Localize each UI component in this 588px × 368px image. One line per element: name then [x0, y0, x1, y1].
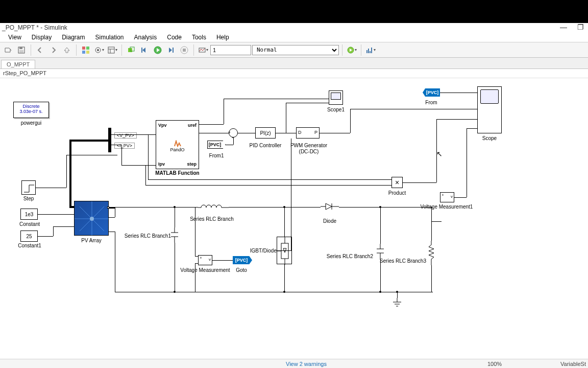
status-warnings-link[interactable]: View 2 warnings: [286, 361, 327, 367]
minimize-button[interactable]: —: [560, 23, 567, 31]
label-from: From: [423, 100, 440, 105]
fast-restart-icon[interactable]: ▾: [346, 44, 358, 56]
save-icon[interactable]: [15, 44, 28, 56]
block-constant[interactable]: 1e3: [20, 209, 38, 220]
menu-code[interactable]: Code: [162, 33, 187, 42]
run-icon[interactable]: [152, 44, 164, 56]
block-srlc1[interactable]: [171, 227, 178, 243]
open-dropdown-icon[interactable]: [2, 44, 14, 56]
block-srlc3[interactable]: [428, 241, 435, 265]
block-scope[interactable]: [477, 86, 502, 133]
svg-rect-1: [19, 47, 22, 49]
model-config-icon[interactable]: ▾: [93, 44, 105, 56]
status-bar: View 2 warnings 100% VariableSt: [0, 359, 588, 368]
svg-rect-22: [368, 49, 369, 53]
breadcrumb[interactable]: rStep_PO_MPPT: [0, 69, 588, 78]
svg-rect-9: [108, 47, 114, 53]
menubar: View Display Diagram Simulation Analysis…: [0, 32, 588, 42]
label-vm: Voltage Measurement: [180, 267, 231, 273]
block-pwm[interactable]: D P: [296, 127, 320, 139]
label-scope: Scope: [477, 135, 502, 141]
up-icon[interactable]: [61, 44, 73, 56]
label-ipv-select: <I_PV>: [114, 143, 135, 149]
svg-rect-18: [183, 49, 186, 52]
svg-rect-6: [86, 51, 89, 54]
label-pid: PID Controller: [245, 143, 286, 148]
block-goto[interactable]: [PVC]: [233, 256, 252, 264]
label-product: Product: [387, 190, 407, 196]
svg-rect-23: [370, 51, 371, 53]
svg-point-29: [90, 217, 94, 221]
menu-analysis[interactable]: Analysis: [129, 33, 162, 42]
stop-time-input[interactable]: [210, 45, 251, 55]
block-powergui[interactable]: Discrete 3.03e-07 s.: [13, 102, 49, 118]
block-from1[interactable]: [PVC]: [207, 141, 226, 149]
label-vpv-select: <V_PV>: [114, 132, 137, 139]
label-from1: From1: [207, 153, 226, 158]
block-pvarray[interactable]: [74, 201, 109, 236]
menu-tools[interactable]: Tools: [187, 33, 211, 42]
label-constant1: Constant1: [14, 243, 45, 248]
block-srlc2[interactable]: [377, 244, 384, 259]
label-matlab-fn: MATLAB Function: [153, 170, 202, 176]
svg-rect-2: [19, 50, 23, 53]
step-forward-icon[interactable]: [165, 44, 177, 56]
schedule-icon[interactable]: ▾: [364, 44, 377, 56]
model-canvas[interactable]: Discrete 3.03e-07 s. powergui Step 1e3 C…: [0, 78, 588, 357]
label-srlc: Series RLC Branch: [189, 216, 235, 222]
block-scope1[interactable]: [329, 90, 343, 105]
mouse-cursor-icon: ↖: [436, 150, 443, 158]
label-igbt: IGBT/Diode: [248, 248, 277, 254]
record-icon[interactable]: ▾: [197, 44, 209, 56]
svg-marker-35: [326, 203, 332, 210]
menu-view[interactable]: View: [3, 33, 27, 42]
label-diode: Diode: [321, 218, 339, 224]
sim-mode-select[interactable]: Normal: [252, 45, 339, 55]
svg-rect-3: [82, 47, 85, 50]
maximize-button[interactable]: ❐: [577, 23, 584, 31]
forward-icon[interactable]: [47, 44, 60, 56]
step-back-icon[interactable]: [138, 44, 151, 56]
block-vm[interactable]: +v: [198, 255, 212, 265]
label-constant: Constant: [15, 221, 44, 227]
block-constant1[interactable]: 25: [20, 231, 38, 242]
block-srlc[interactable]: [198, 204, 229, 211]
update-diagram-icon[interactable]: [125, 44, 137, 56]
label-scope1: Scope1: [325, 107, 347, 112]
library-browser-icon[interactable]: [80, 44, 92, 56]
block-step[interactable]: [21, 180, 36, 195]
block-product[interactable]: ×: [391, 177, 403, 188]
svg-rect-39: [281, 243, 288, 259]
svg-point-8: [97, 49, 99, 51]
block-matlab-fn[interactable]: Vpv Ipv uref step PandO: [156, 120, 199, 169]
window-title: _PO_MPPT * - Simulink: [2, 24, 67, 31]
video-black-bar: [0, 0, 588, 23]
label-pwm1: PWM Generator: [286, 143, 332, 148]
tab-model[interactable]: O_MPPT: [1, 60, 35, 68]
block-sum[interactable]: + -: [229, 128, 238, 137]
stop-icon[interactable]: [178, 44, 190, 56]
block-from[interactable]: [PVC]: [423, 88, 440, 97]
label-srlc2: Series RLC Branch2: [325, 254, 373, 259]
menu-simulation[interactable]: Simulation: [90, 33, 129, 42]
label-srlc3: Series RLC Branch3: [378, 258, 426, 264]
label-powergui: powergui: [13, 120, 49, 126]
block-vm1[interactable]: +v: [440, 192, 454, 202]
label-goto: Goto: [233, 267, 250, 273]
toolbar: ▾ ▾ ▾ Normal ▾ ▾: [0, 42, 588, 58]
svg-rect-21: [366, 50, 368, 53]
menu-display[interactable]: Display: [27, 33, 57, 42]
menu-help[interactable]: Help: [211, 33, 234, 42]
block-pid[interactable]: PI(z): [255, 127, 276, 139]
label-pwm2: (DC-DC): [286, 149, 332, 154]
model-explorer-icon[interactable]: ▾: [106, 44, 118, 56]
menu-diagram[interactable]: Diagram: [57, 33, 90, 42]
block-diode[interactable]: [321, 202, 339, 211]
block-ground[interactable]: [392, 298, 402, 308]
tab-bar: O_MPPT: [0, 58, 588, 69]
status-zoom: 100%: [487, 361, 502, 367]
label-step: Step: [21, 196, 36, 201]
back-icon[interactable]: [34, 44, 46, 56]
label-srlc1: Series RLC Branch1: [122, 233, 171, 239]
svg-rect-14: [141, 48, 142, 53]
